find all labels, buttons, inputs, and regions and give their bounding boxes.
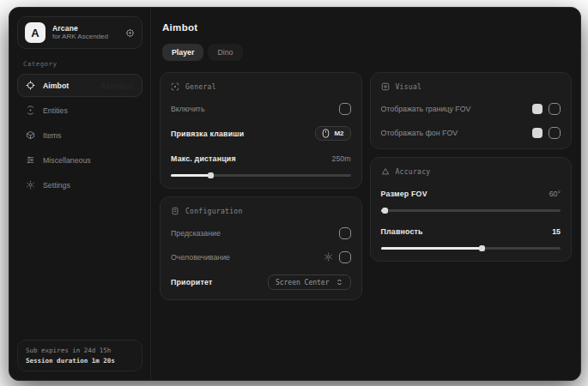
sidebar-item-entities[interactable]: Entities: [17, 99, 142, 122]
sidebar-item-items[interactable]: Items: [17, 124, 142, 147]
fov-size-value: 60°: [549, 190, 561, 198]
panel-columns: General Включить Привязка клавиши: [160, 72, 572, 300]
tab-player[interactable]: Player: [162, 44, 203, 61]
keybind-row: Привязка клавиши M2: [171, 126, 351, 141]
smoothness-row: Плавность 15: [381, 225, 561, 238]
humanize-label: Очеловечивание: [171, 253, 230, 262]
left-column: General Включить Привязка клавиши: [160, 72, 362, 300]
priority-select[interactable]: Screen Center: [268, 274, 351, 290]
fov-border-row: Отображать границу FOV: [381, 102, 561, 115]
page-title: Aimbot: [162, 22, 572, 33]
visual-panel: Visual Отображать границу FOV Отображать…: [370, 72, 573, 149]
tune-icon: [171, 207, 179, 215]
accuracy-panel-title: Accuracy: [396, 168, 431, 176]
tab-dino[interactable]: Dino: [208, 44, 242, 61]
app-window: A Arcane for ARK Ascended Category: [9, 7, 581, 381]
fov-bg-row: Отображать фон FOV: [381, 126, 561, 139]
fov-border-color-swatch[interactable]: [532, 104, 543, 114]
mouse-icon: [322, 129, 330, 138]
enable-row: Включить: [171, 102, 351, 115]
accuracy-panel-header: Accuracy: [381, 167, 561, 176]
right-column: Visual Отображать границу FOV Отображать…: [370, 72, 573, 262]
app-identity: Arcane for ARK Ascended: [52, 24, 118, 42]
keybind-value: M2: [334, 130, 343, 137]
keybind-label: Привязка клавиши: [171, 130, 244, 138]
session-footer: Sub expires in 24d 15h Session duration …: [17, 340, 142, 371]
fov-bg-checkbox[interactable]: [549, 127, 561, 139]
session-duration-text: Session duration 1m 20s: [26, 357, 134, 365]
humanize-checkbox[interactable]: [339, 251, 351, 263]
priority-row: Приоритет Screen Center: [171, 274, 351, 290]
smoothness-label: Плавность: [381, 227, 423, 236]
slider-track: [381, 209, 561, 212]
general-panel-header: General: [171, 82, 351, 91]
sidebar-item-label: Items: [43, 131, 62, 140]
enable-checkbox[interactable]: [339, 103, 351, 115]
radar-icon: [25, 106, 35, 115]
slider-thumb[interactable]: [479, 245, 485, 251]
slider-thumb[interactable]: [382, 208, 388, 214]
priority-value: Screen Center: [276, 279, 330, 286]
prediction-label: Предсказание: [171, 229, 221, 238]
category-label: Category: [23, 60, 142, 68]
tab-bar: Player Dino: [162, 44, 572, 61]
sidebar-item-label: Settings: [43, 181, 70, 190]
slider-fill: [381, 247, 482, 250]
distance-value: 250m: [331, 154, 350, 163]
main-content: Aimbot Player Dino General: [151, 8, 580, 380]
keybind-button[interactable]: M2: [315, 126, 350, 141]
focus-icon: [171, 82, 179, 91]
package-icon: [25, 130, 35, 140]
humanize-row: Очеловечивание: [171, 250, 351, 263]
slider-thumb[interactable]: [208, 172, 214, 178]
triangle-icon: [381, 167, 390, 176]
sidebar-item-label: Entities: [43, 106, 68, 115]
chevrons-up-down-icon: [336, 278, 343, 286]
sidebar-item-aimbot[interactable]: Aimbot Aimbot: [17, 74, 142, 97]
configuration-panel: Configuration Предсказание Очеловечивани…: [160, 196, 362, 300]
fov-border-checkbox[interactable]: [549, 103, 561, 115]
smoothness-value: 15: [552, 227, 561, 236]
fov-bg-label: Отображать фон FOV: [381, 129, 458, 137]
humanize-controls: [324, 251, 351, 263]
slider-fill: [171, 174, 210, 177]
fov-border-label: Отображать границу FOV: [381, 105, 471, 113]
sidebar: A Arcane for ARK Ascended Category: [9, 8, 151, 380]
sidebar-item-label: Miscellaneous: [43, 156, 91, 165]
fov-border-controls: [532, 103, 561, 115]
fov-size-label: Размер FOV: [381, 190, 427, 198]
prediction-checkbox[interactable]: [339, 227, 351, 239]
distance-slider[interactable]: [171, 172, 351, 178]
sidebar-item-miscellaneous[interactable]: Miscellaneous: [17, 148, 142, 172]
sidebar-nav: Aimbot Aimbot Entities Items: [17, 74, 142, 196]
eye-icon: [381, 82, 390, 91]
configuration-panel-title: Configuration: [185, 208, 243, 215]
priority-label: Приоритет: [171, 278, 212, 286]
general-panel-title: General: [185, 83, 216, 91]
sub-expires-text: Sub expires in 24d 15h: [26, 347, 134, 354]
fov-size-slider[interactable]: [381, 207, 561, 214]
general-panel: General Включить Привязка клавиши: [160, 72, 362, 189]
crosshair-icon: [25, 81, 35, 90]
distance-label: Макс. дистанция: [171, 154, 236, 163]
configuration-panel-header: Configuration: [171, 207, 351, 215]
distance-row: Макс. дистанция 250m: [171, 152, 351, 165]
smoothness-slider[interactable]: [381, 244, 561, 251]
app-name: Arcane: [52, 24, 118, 33]
prediction-row: Предсказание: [171, 226, 351, 239]
sidebar-item-settings[interactable]: Settings: [17, 173, 142, 196]
logo-card: A Arcane for ARK Ascended: [17, 16, 142, 49]
visual-panel-header: Visual: [381, 82, 561, 91]
sidebar-item-label: Aimbot: [43, 81, 69, 90]
accuracy-panel: Accuracy Размер FOV 60° Плавность 15: [370, 157, 573, 262]
fov-bg-color-swatch[interactable]: [532, 128, 543, 138]
fov-bg-controls: [532, 127, 561, 139]
sliders-icon: [25, 155, 35, 165]
fov-size-row: Размер FOV 60°: [381, 187, 561, 200]
humanize-gear-icon[interactable]: [324, 252, 333, 262]
app-subtitle: for ARK Ascended: [52, 33, 118, 41]
gear-icon: [25, 180, 35, 190]
app-logo: A: [25, 22, 45, 43]
target-icon[interactable]: [125, 28, 135, 38]
enable-label: Включить: [171, 105, 204, 113]
